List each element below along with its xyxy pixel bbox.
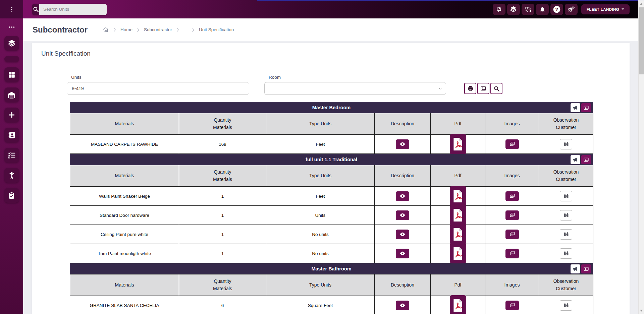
cell-materials: Ceiling Paint pure white <box>70 225 179 244</box>
cell-type-units: No units <box>266 225 375 244</box>
room-section-actions <box>571 103 591 112</box>
col-quantity-materials: Quantity Materials <box>179 113 266 135</box>
print-button[interactable] <box>464 83 476 94</box>
cell-type-units: Square Feet <box>266 296 375 314</box>
sidebar-item-customer[interactable] <box>4 168 19 183</box>
breadcrumb-unit-specification[interactable]: Unit Specification <box>199 27 234 32</box>
description-button[interactable] <box>396 210 409 220</box>
topbar: ? <box>23 0 638 18</box>
cell-pdf <box>431 187 485 206</box>
images-button[interactable] <box>505 230 519 239</box>
cell-pdf <box>431 206 485 225</box>
room-section: full unit 1.1 Traditional <box>70 154 593 263</box>
notifications-button[interactable] <box>536 4 549 15</box>
pdf-button[interactable] <box>450 243 466 263</box>
pdf-file-icon <box>453 137 463 151</box>
description-button[interactable] <box>396 249 409 258</box>
apps-grid-button[interactable] <box>522 4 534 15</box>
sidebar-item-units[interactable] <box>4 87 19 102</box>
account-menu-button[interactable]: FLEET LANDING <box>581 4 630 14</box>
address-book-icon <box>8 131 16 139</box>
images-view-button[interactable] <box>477 83 489 94</box>
breadcrumb-home[interactable]: Home <box>120 27 132 32</box>
account-label: FLEET LANDING <box>587 7 619 11</box>
sidebar-item-apps[interactable] <box>4 67 19 82</box>
sidebar-more-button[interactable] <box>8 23 15 31</box>
announce-button[interactable] <box>571 155 580 164</box>
images-button[interactable] <box>505 301 519 310</box>
breadcrumb-subcontractor[interactable]: Subcontractor <box>144 27 172 32</box>
binoculars-icon <box>563 231 569 237</box>
bell-icon <box>539 6 546 13</box>
pdf-file-icon <box>453 299 463 312</box>
sections: Master Bedroom <box>70 102 593 314</box>
table-row: MASLAND CARPETS RAWHIDE 168 Feet <box>70 135 593 154</box>
observation-button[interactable] <box>560 191 572 201</box>
cell-description <box>375 225 431 244</box>
images-button[interactable] <box>505 249 519 258</box>
sidebar-item-layers[interactable] <box>4 36 19 51</box>
search-input[interactable] <box>39 4 107 15</box>
units-label: Units <box>71 75 249 80</box>
scrollbar <box>638 1 644 314</box>
description-button[interactable] <box>396 139 409 149</box>
breadcrumb-chevron-icon <box>137 27 140 32</box>
layers-icon <box>510 6 517 13</box>
description-button[interactable] <box>396 301 409 310</box>
room-select[interactable] <box>264 82 446 95</box>
sidebar-menu-toggle[interactable] <box>0 0 23 18</box>
pdf-button[interactable] <box>450 134 466 154</box>
search-submit-button[interactable] <box>32 4 39 15</box>
room-label: Room <box>269 75 446 80</box>
scrollbar-up-arrow[interactable] <box>640 3 643 5</box>
pdf-button[interactable] <box>450 186 466 206</box>
home-icon[interactable] <box>103 26 109 33</box>
table-row: Trim Paint moonligth white 1 No units <box>70 244 593 263</box>
card-header: Unit Specification <box>32 43 630 63</box>
garage-icon <box>7 91 16 99</box>
section-images-button[interactable] <box>581 155 591 164</box>
pdf-button[interactable] <box>450 295 466 314</box>
search-filter-button[interactable] <box>490 83 502 94</box>
photos-stack-icon <box>509 141 515 147</box>
announce-button[interactable] <box>571 264 580 273</box>
sidebar-item-add[interactable] <box>4 108 19 122</box>
description-button[interactable] <box>396 230 409 239</box>
announce-button[interactable] <box>571 103 580 112</box>
megaphone-icon <box>573 105 578 111</box>
pdf-button[interactable] <box>450 205 466 225</box>
cell-materials: Standard Door hardware <box>70 206 179 225</box>
observation-button[interactable] <box>560 300 572 311</box>
description-button[interactable] <box>396 191 409 201</box>
section-images-button[interactable] <box>581 264 591 273</box>
cell-quantity: 1 <box>179 187 266 206</box>
layers-button[interactable] <box>507 4 520 15</box>
scrollbar-thumb[interactable] <box>639 7 644 74</box>
sidebar-item-contacts[interactable] <box>4 128 19 142</box>
observation-button[interactable] <box>560 139 572 149</box>
table-header-row: Materials Quantity Materials Type Units … <box>70 113 593 135</box>
room-section-header: full unit 1.1 Traditional <box>70 154 593 165</box>
room-section-title: full unit 1.1 Traditional <box>306 157 357 162</box>
observation-button[interactable] <box>560 229 572 240</box>
sidebar-item-collapsed[interactable] <box>4 56 19 62</box>
images-button[interactable] <box>505 139 519 149</box>
observation-button[interactable] <box>560 210 572 221</box>
observation-button[interactable] <box>560 248 572 259</box>
help-button[interactable]: ? <box>550 4 563 15</box>
repeat-button[interactable] <box>493 4 505 15</box>
sidebar-item-checklist[interactable] <box>4 148 19 163</box>
scrollbar-down-arrow[interactable] <box>640 310 643 312</box>
images-button[interactable] <box>505 191 519 201</box>
form-actions <box>464 83 502 94</box>
spec-table: Materials Quantity Materials Type Units … <box>70 113 593 154</box>
sidebar <box>0 0 23 314</box>
settings-button[interactable] <box>565 4 578 15</box>
printer-icon <box>467 85 474 92</box>
sidebar-item-tasks[interactable] <box>4 188 19 203</box>
photos-stack-icon <box>509 231 515 237</box>
pdf-button[interactable] <box>450 224 466 244</box>
units-input[interactable] <box>67 82 249 95</box>
section-images-button[interactable] <box>581 103 591 112</box>
images-button[interactable] <box>505 210 519 220</box>
